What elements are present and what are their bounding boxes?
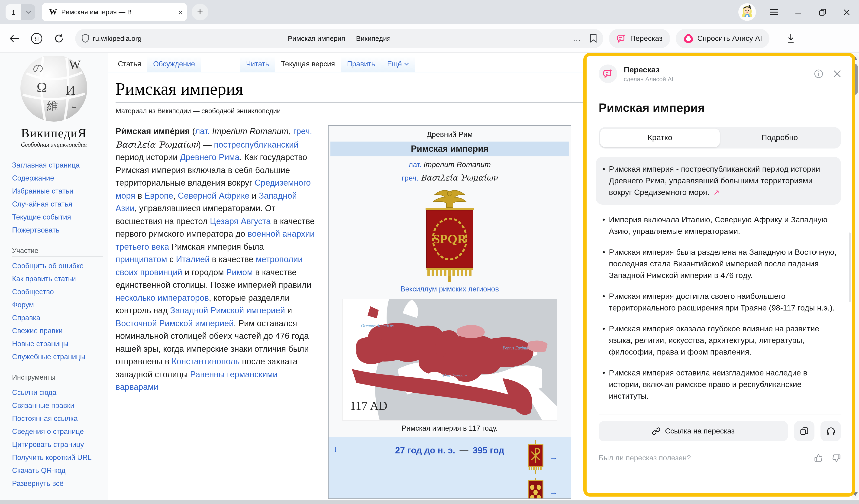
sidebar-link[interactable]: Сообщить об ошибке [12, 262, 84, 270]
profile-avatar[interactable] [738, 3, 756, 21]
sidebar-section-title: Участие [12, 246, 108, 254]
wikipedia-sidebar: W の Ω И 維 ר ВикипедиЯ Свободная энциклоп… [0, 53, 108, 500]
article-text: и городом [182, 268, 226, 277]
bullet-text: Римская империя оставила неизгладимое на… [609, 367, 841, 402]
restore-button[interactable] [816, 6, 828, 18]
thumbs-down-icon[interactable] [832, 454, 841, 463]
sidebar-link[interactable]: Сообщество [12, 288, 54, 296]
article-text: и [285, 306, 292, 315]
panel-scrollbar-thumb[interactable] [849, 232, 850, 302]
empire-map-image[interactable]: 117 AD Oceanus Atlanticus Mare Internum … [342, 299, 557, 421]
copy-summary-button[interactable] [794, 421, 814, 441]
wiki-tab-править[interactable]: Править [341, 56, 381, 72]
listen-summary-button[interactable] [820, 421, 841, 441]
wiki-tab-текущая версия[interactable]: Текущая версия [275, 56, 341, 72]
tab-group-chevron-icon[interactable] [21, 4, 35, 20]
labarum-banner-image[interactable] [526, 440, 545, 474]
wiki-tab-читать[interactable]: Читать [240, 56, 275, 72]
article-link[interactable]: Цезаря Августа [210, 216, 271, 226]
tab-group-button[interactable]: 1 [5, 4, 35, 20]
sidebar-link[interactable]: Форум [12, 301, 34, 309]
wikipedia-globe-logo[interactable]: W の Ω И 維 ר [17, 56, 90, 125]
article-link[interactable]: принципатом [116, 255, 167, 264]
sidebar-link[interactable]: Получить короткий URL [12, 454, 92, 461]
article-link[interactable]: Константинополь [172, 357, 240, 366]
sidebar-link[interactable]: Цитировать страницу [12, 440, 84, 448]
article-link[interactable]: Европе [144, 191, 173, 200]
article-text: период истории [116, 153, 180, 162]
article-link[interactable]: Западной Римской империей [170, 306, 285, 315]
wiki-tab-обсуждение[interactable]: Обсуждение [147, 56, 201, 72]
reload-icon[interactable] [51, 30, 67, 46]
menu-icon[interactable] [768, 6, 780, 18]
sidebar-link[interactable]: Избранные статьи [12, 187, 73, 195]
address-bar[interactable]: ru.wikipedia.org Римская империя — Викип… [75, 29, 603, 48]
sidebar-link[interactable]: Развернуть всё [12, 479, 64, 487]
sidebar-link[interactable]: Справка [12, 314, 40, 322]
greek-language-link[interactable]: греч. [402, 174, 419, 182]
timeline-next-arrow-icon[interactable]: → [549, 452, 558, 462]
sidebar-link[interactable]: Связанные правки [12, 401, 74, 409]
summary-bullet: •Римская империя - постреспубликанский п… [596, 157, 841, 205]
source-link-arrow-icon[interactable]: ↗ [711, 188, 720, 196]
thumbs-up-icon[interactable] [814, 454, 823, 463]
list-item: Избранные статьи [12, 186, 104, 195]
yandex-home-icon[interactable]: Я [29, 30, 45, 46]
downloads-icon[interactable] [783, 30, 799, 46]
sidebar-link[interactable]: Текущие события [12, 213, 71, 221]
back-icon[interactable] [6, 30, 22, 46]
article-link[interactable]: постреспубликанский [214, 140, 298, 149]
article-link[interactable]: Восточной Римской империей [116, 319, 233, 328]
sidebar-link[interactable]: Ссылки сюда [12, 388, 56, 396]
sidebar-link[interactable]: Как править статьи [12, 275, 76, 282]
article-link[interactable]: Римом [226, 268, 253, 277]
sidebar-link[interactable]: Случайная статья [12, 200, 72, 208]
minimize-button[interactable] [792, 6, 804, 18]
wiki-tab-ещё[interactable]: Ещё [381, 56, 415, 72]
site-security-shield-icon[interactable] [82, 34, 89, 43]
article-link[interactable]: Северной Африке [178, 191, 250, 200]
sidebar-link[interactable]: Постоянная ссылка [12, 414, 78, 422]
link-icon [652, 427, 660, 435]
tab-close-icon[interactable]: × [178, 8, 182, 16]
retell-link-button[interactable]: Ссылка на пересказ [599, 421, 788, 441]
article-lead-paragraph: Ри́мская импе́рия (лат. Imperium Romanum… [116, 125, 316, 499]
close-panel-icon[interactable] [833, 70, 841, 77]
article-link[interactable]: греч. [293, 127, 312, 136]
dotted-banner-image[interactable] [526, 478, 545, 499]
info-icon[interactable] [814, 69, 823, 78]
url-text[interactable]: ru.wikipedia.org [93, 34, 141, 42]
latin-language-link[interactable]: лат. [409, 161, 422, 168]
timeline-next-arrow-icon[interactable]: → [549, 487, 558, 497]
sidebar-link[interactable]: Новые страницы [12, 340, 69, 348]
article-link[interactable]: несколько императоров [116, 293, 209, 302]
list-item: Развернуть всё [12, 479, 104, 488]
retell-button[interactable]: Пересказ [609, 29, 670, 48]
sidebar-link[interactable]: Свежие правки [12, 327, 63, 335]
tab-group-count[interactable]: 1 [5, 4, 21, 20]
vexillum-caption-link[interactable]: Вексиллум римских легионов [401, 285, 499, 293]
sidebar-link[interactable]: Содержание [12, 174, 54, 182]
ask-alice-button[interactable]: Спросить Алису AI [676, 29, 769, 48]
article-link[interactable]: Италией [176, 255, 210, 264]
timeline-down-arrow-icon[interactable]: ↓ [333, 444, 338, 454]
mode-tab-inactive[interactable]: Подробно [720, 128, 840, 147]
copy-icon [800, 427, 809, 435]
mode-tab-active[interactable]: Кратко [600, 128, 720, 147]
new-tab-button[interactable]: + [192, 4, 208, 20]
sidebar-link[interactable]: Скачать QR-код [12, 467, 65, 474]
wikipedia-wordmark[interactable]: ВикипедиЯ [0, 126, 108, 141]
browser-tab[interactable]: W Римская империя — В × [42, 3, 187, 21]
close-window-button[interactable] [841, 6, 853, 18]
address-overflow-icon[interactable]: … [573, 33, 582, 43]
bookmark-icon[interactable] [590, 34, 597, 43]
sidebar-link[interactable]: Пожертвовать [12, 226, 59, 234]
sidebar-link[interactable]: Заглавная страница [12, 161, 80, 169]
article-link[interactable]: Древнего Рима [180, 153, 239, 162]
spqr-vexillum-image[interactable]: SPQR [412, 187, 487, 282]
sidebar-link[interactable]: Служебные страницы [12, 353, 86, 361]
bullet-marker: • [599, 163, 609, 198]
article-link[interactable]: лат. [195, 127, 210, 136]
sidebar-link[interactable]: Сведения о странице [12, 427, 84, 435]
wiki-tab-статья[interactable]: Статья [112, 56, 147, 72]
